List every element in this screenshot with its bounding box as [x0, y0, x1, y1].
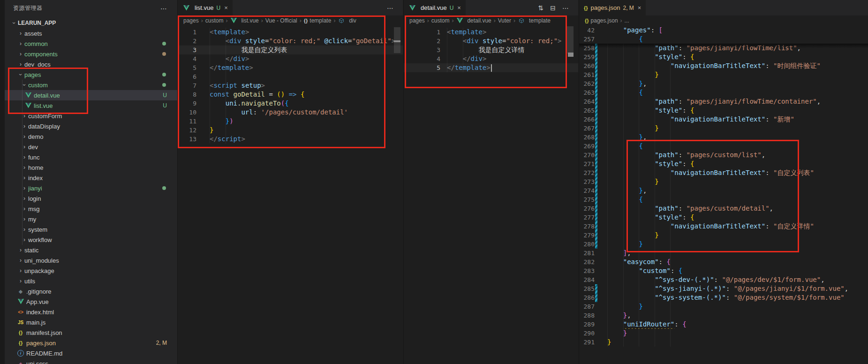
sidebar-item-static[interactable]: ›static [5, 245, 177, 255]
code-line-1[interactable]: 1<template> [404, 28, 578, 37]
sidebar-item-my[interactable]: ›my [5, 214, 177, 224]
sidebar-item-readme-md[interactable]: iREADME.md [5, 348, 177, 358]
close-icon[interactable]: × [224, 4, 228, 11]
line-text: <div style="color: red;" @click="goDetai… [210, 37, 403, 46]
line-number: 291 [579, 338, 595, 347]
tab-list-vue[interactable]: list.vueU× [178, 0, 233, 15]
item-label: manifest.json [26, 329, 177, 336]
sidebar-item-index[interactable]: ›index [5, 173, 177, 183]
tab-detail-vue[interactable]: detail.vueU× [404, 0, 466, 15]
sidebar-item-workflow[interactable]: ›workflow [5, 235, 177, 245]
breadcrumb-item[interactable]: custom [431, 17, 450, 24]
breadcrumb-separator: › [226, 17, 227, 24]
sidebar-item-system[interactable]: ›system [5, 224, 177, 235]
breadcrumb-item[interactable]: detail.vue [456, 17, 491, 24]
editor-group-pages-json: 258 "path": "pages/jianyi/flowTime/list"… [579, 0, 868, 364]
sidebar-item-msg[interactable]: ›msg [5, 204, 177, 214]
breadcrumb-item[interactable]: {}template [304, 17, 332, 24]
symbol-cube-icon [518, 18, 525, 23]
chevron-right-icon: › [17, 51, 24, 57]
code-line-257[interactable]: 257 { [579, 35, 868, 44]
code-area[interactable]: 1<template>2 <div style="color: red;">3 … [404, 26, 578, 364]
sidebar-item-learun-app[interactable]: ›LEARUN_APP [5, 18, 177, 28]
split-editor-icon[interactable]: ⊟ [550, 4, 556, 12]
breadcrumb-item[interactable]: custom [205, 17, 224, 24]
more-actions-icon[interactable]: ⋯ [562, 4, 569, 12]
sidebar-item-home[interactable]: ›home [5, 162, 177, 173]
scrollbar-marker [394, 40, 400, 42]
editor-actions: ⋯ [387, 0, 403, 15]
file-tree: ›LEARUN_APP›assets›common›components›dev… [5, 18, 177, 364]
line-number: 9 [178, 99, 196, 108]
breadcrumb-item[interactable]: div [338, 17, 356, 24]
code-line-42[interactable]: 42 "pages": [ [579, 26, 868, 35]
line-text: 我是自定义详情 [447, 46, 578, 54]
sidebar-item-jianyi[interactable]: ›jianyi [5, 183, 177, 193]
tab-pages-json[interactable]: {}pages.json2, M× [579, 0, 646, 15]
breadcrumb-label: pages.json [591, 17, 618, 24]
breadcrumb-label: custom [431, 17, 450, 24]
sidebar-item-app-vue[interactable]: App.vue [5, 296, 177, 307]
line-text: }) [210, 117, 403, 126]
scrollbar-slider[interactable] [567, 26, 574, 53]
sidebar-item-demo[interactable]: ›demo [5, 131, 177, 142]
explorer-more-icon[interactable]: ⋯ [157, 5, 171, 12]
editor-group-list-vue: 1<template>2 <div style="color: red;" @c… [177, 0, 403, 364]
sidebar-item-index-html[interactable]: <>index.html [5, 307, 177, 317]
sidebar-item-customform[interactable]: ›customForm [5, 111, 177, 121]
sidebar-item-dev-docs[interactable]: ›dev_docs [5, 59, 177, 69]
breadcrumb-item[interactable]: Vuter [498, 17, 511, 24]
sidebar-item-uni-modules[interactable]: ›uni_modules [5, 255, 177, 265]
line-number: 2 [404, 37, 440, 46]
editor-actions: ⇅⊟⋯ [538, 0, 578, 15]
sidebar-item-detail-vue[interactable]: detail.vueU [5, 90, 177, 100]
breadcrumb-item[interactable]: pages [409, 17, 425, 24]
code-line-3[interactable]: 3 我是自定义详情 [404, 46, 578, 54]
breadcrumb-item[interactable]: {}pages.json [585, 17, 618, 24]
sidebar-item-uni-scss[interactable]: ◈uni.scss [5, 358, 177, 364]
git-status-badge: 2, M [156, 340, 167, 346]
breadcrumb-item[interactable]: ... [625, 17, 629, 24]
item-label: custom [28, 82, 162, 89]
item-label: main.js [26, 319, 177, 326]
sidebar-item-manifest-json[interactable]: {}manifest.json [5, 327, 177, 338]
item-label: login [28, 195, 177, 202]
breadcrumb-item[interactable]: pages [183, 17, 199, 24]
sidebar-item--gitignore[interactable]: ◆.gitignore [5, 286, 177, 296]
sidebar-item-unpackage[interactable]: ›unpackage [5, 265, 177, 276]
breadcrumb-item[interactable]: Vue - Official [265, 17, 297, 24]
line-text: <template> [447, 28, 578, 37]
git-status-badge: U [163, 102, 167, 109]
breadcrumb-item[interactable]: template [518, 17, 551, 24]
sidebar-item-components[interactable]: ›components [5, 49, 177, 59]
line-text: <div style="color: red;"> [447, 37, 578, 46]
text-cursor [491, 64, 492, 72]
sidebar-item-main-js[interactable]: JSmain.js [5, 317, 177, 327]
sidebar-item-custom[interactable]: ›custom [5, 80, 177, 90]
close-icon[interactable]: × [457, 4, 461, 11]
item-label: jianyi [28, 185, 162, 192]
line-number: 4 [404, 54, 440, 63]
breadcrumb-label: div [349, 17, 356, 24]
sidebar-item-utils[interactable]: ›utils [5, 276, 177, 286]
sidebar-item-func[interactable]: ›func [5, 152, 177, 162]
breadcrumb-item[interactable]: list.vue [230, 17, 258, 24]
vue-icon [17, 299, 24, 304]
sidebar-item-assets[interactable]: ›assets [5, 28, 177, 38]
code-line-5[interactable]: 5</template> [404, 63, 578, 72]
open-changes-icon[interactable]: ⇅ [538, 4, 544, 12]
code-line-2[interactable]: 2 <div style="color: red;"> [404, 37, 578, 46]
sidebar-item-pages[interactable]: ›pages [5, 69, 177, 80]
more-actions-icon[interactable]: ⋯ [387, 4, 393, 12]
sidebar-item-dev[interactable]: ›dev [5, 142, 177, 152]
sidebar-item-list-vue[interactable]: list.vueU [5, 100, 177, 111]
breadcrumb-label: ... [625, 17, 629, 24]
sidebar-item-datadisplay[interactable]: ›dataDisplay [5, 121, 177, 131]
sidebar-item-pages-json[interactable]: {}pages.json2, M [5, 338, 177, 348]
sidebar-item-login[interactable]: ›login [5, 193, 177, 204]
sidebar-item-common[interactable]: ›common [5, 38, 177, 49]
explorer-title: 资源管理器 [13, 4, 157, 12]
vue-icon [24, 92, 32, 98]
close-icon[interactable]: × [638, 4, 642, 11]
code-line-4[interactable]: 4 </div> [404, 54, 578, 63]
